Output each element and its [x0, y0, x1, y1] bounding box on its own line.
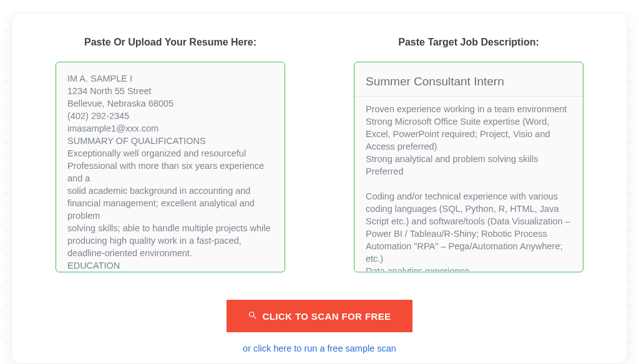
search-icon [248, 310, 257, 322]
resume-textarea[interactable]: IM A. SAMPLE I 1234 North 55 Street Bell… [56, 62, 285, 272]
svg-point-0 [250, 312, 255, 317]
jobdesc-divider [354, 96, 583, 97]
jobdesc-field[interactable]: Proven experience working in a team envi… [354, 62, 583, 272]
scan-button[interactable]: CLICK TO SCAN FOR FREE [227, 300, 412, 332]
resume-column-title: Paste Or Upload Your Resume Here: [84, 37, 256, 48]
sample-row: or click here to run a free sample scan [56, 343, 583, 353]
sample-scan-link[interactable]: or click here to run a free sample scan [243, 343, 396, 353]
resume-text-content: IM A. SAMPLE I 1234 North 55 Street Bell… [67, 72, 273, 272]
jobdesc-scroll[interactable]: Proven experience working in a team envi… [366, 103, 572, 271]
columns-container: Paste Or Upload Your Resume Here: IM A. … [56, 37, 583, 272]
jobdesc-column: Paste Target Job Description: Proven exp… [354, 37, 583, 272]
svg-line-1 [254, 316, 256, 318]
jobdesc-column-title: Paste Target Job Description: [398, 37, 539, 48]
scan-button-label: CLICK TO SCAN FOR FREE [262, 311, 391, 322]
cta-row: CLICK TO SCAN FOR FREE [56, 300, 583, 332]
jobdesc-text-content: Proven experience working in a team envi… [366, 103, 572, 271]
main-card: Paste Or Upload Your Resume Here: IM A. … [11, 12, 628, 364]
job-title-input[interactable] [366, 72, 572, 96]
resume-column: Paste Or Upload Your Resume Here: IM A. … [56, 37, 285, 272]
